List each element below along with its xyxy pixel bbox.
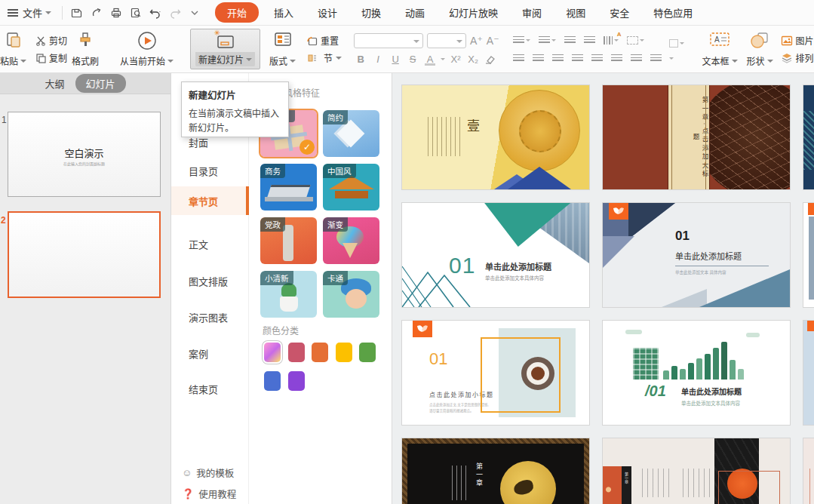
- bold-button[interactable]: B: [354, 54, 367, 65]
- section-button[interactable]: 节: [306, 51, 342, 64]
- increase-indent-button[interactable]: [582, 35, 597, 46]
- style-tile-gradient[interactable]: 渐变: [323, 217, 379, 264]
- category-case[interactable]: 案例: [189, 346, 208, 361]
- shapes-button[interactable]: 形状: [742, 29, 778, 69]
- tab-special-features[interactable]: 特色应用: [644, 2, 702, 23]
- hamburger-menu-icon[interactable]: [8, 9, 18, 17]
- style-tile-chinese[interactable]: 中国风: [323, 164, 379, 211]
- template-slide-blue-gray[interactable]: 01 单击此处添加标题 单击此处添加文本 具体内容: [602, 202, 791, 308]
- picture-button[interactable]: 图片: [781, 34, 814, 47]
- align-justify-button[interactable]: [570, 53, 585, 64]
- align-right-button[interactable]: [551, 53, 565, 64]
- paste-button[interactable]: 粘贴: [0, 29, 31, 69]
- numbered-list-button[interactable]: [537, 35, 558, 46]
- increase-font-button[interactable]: A⁺: [470, 35, 483, 47]
- style-tile-minimal[interactable]: 简约: [323, 110, 379, 157]
- color-swatch-purple[interactable]: [288, 371, 305, 391]
- template-slide-coffee[interactable]: 01 点击此处添加小标题 点击此处添加正文,文字是您思想的提炼, 请尽量言简意赅…: [401, 320, 590, 426]
- columns-button[interactable]: [625, 35, 646, 46]
- color-swatch-orange[interactable]: [312, 343, 328, 362]
- line-spacing-button[interactable]: [610, 53, 624, 64]
- vertical-title-band: 第一章·点击添加大标题: [668, 85, 710, 190]
- template-slide-partial[interactable]: [803, 85, 814, 190]
- new-slide-button[interactable]: ✳ 新建幻灯片: [190, 29, 260, 69]
- superscript-button[interactable]: X²: [449, 54, 462, 65]
- underline-button[interactable]: U: [389, 54, 402, 65]
- color-swatch-red[interactable]: [288, 343, 305, 362]
- font-size-select[interactable]: [427, 33, 466, 48]
- style-tile-business[interactable]: 商务: [260, 164, 317, 211]
- tab-home[interactable]: 开始: [215, 2, 259, 23]
- template-slide-black-gold[interactable]: 第一章: [401, 438, 590, 504]
- template-slide-green-chart[interactable]: /01 单击此处添加标题 单击此处添加文本具体内容: [602, 320, 791, 426]
- bullet-list-button[interactable]: [511, 35, 532, 46]
- color-swatch-gradient[interactable]: [264, 343, 281, 362]
- align-left-button[interactable]: [511, 53, 526, 64]
- combine-characters-button[interactable]: [668, 38, 686, 49]
- template-slide-partial[interactable]: [803, 202, 814, 308]
- slide-thumbnail-2[interactable]: [8, 211, 161, 298]
- clear-format-icon[interactable]: [484, 54, 496, 65]
- font-color-button[interactable]: A: [423, 54, 437, 65]
- category-body[interactable]: 正文: [189, 237, 208, 251]
- italic-button[interactable]: I: [371, 54, 385, 65]
- template-slide-cream-floral[interactable]: 第一章: [602, 438, 791, 504]
- layout-button[interactable]: 版式: [265, 29, 300, 69]
- slide-thumbnail-1[interactable]: 空白演示 在此输入您的封面副标题: [8, 112, 161, 197]
- paragraph-more-button[interactable]: [668, 56, 686, 61]
- file-menu[interactable]: 文件: [18, 0, 57, 26]
- style-tile-cartoon[interactable]: 卡通: [323, 271, 379, 318]
- tab-security[interactable]: 安全: [601, 2, 638, 23]
- tutorial-link[interactable]: ❓ 使用教程: [182, 487, 236, 501]
- tab-outline-view[interactable]: 大纲: [45, 76, 64, 91]
- template-slide-teal-geometric[interactable]: 01 单击此处添加标题 单击此处添加文本具体内容: [401, 202, 590, 308]
- print-button[interactable]: [106, 3, 126, 23]
- reset-button[interactable]: 重置: [306, 34, 342, 47]
- align-center-button[interactable]: [531, 53, 545, 64]
- tab-slideshow[interactable]: 幻灯片放映: [440, 2, 507, 23]
- cut-button[interactable]: 剪切: [35, 34, 67, 47]
- category-charts[interactable]: 演示图表: [189, 310, 228, 324]
- tab-transitions[interactable]: 切换: [352, 2, 390, 23]
- output-pdf-button[interactable]: [87, 3, 106, 23]
- color-swatch-green[interactable]: [359, 343, 376, 362]
- template-slide-partial[interactable]: [803, 438, 814, 504]
- decrease-indent-button[interactable]: [563, 35, 577, 46]
- template-slide-partial[interactable]: [803, 320, 814, 426]
- tab-review[interactable]: 审阅: [513, 2, 551, 23]
- format-painter-button[interactable]: 格式刷: [67, 29, 103, 69]
- style-tile-fresh[interactable]: 小清新: [260, 271, 317, 318]
- text-direction-button[interactable]: A: [602, 35, 620, 46]
- tab-design[interactable]: 设计: [309, 2, 346, 23]
- space-after-button[interactable]: [649, 53, 663, 64]
- space-before-button[interactable]: [629, 53, 644, 64]
- color-swatch-blue[interactable]: [264, 371, 281, 391]
- arrange-button[interactable]: 排列: [781, 51, 814, 64]
- save-button[interactable]: [67, 3, 87, 23]
- customize-quickbar-button[interactable]: [185, 3, 204, 23]
- tab-animation[interactable]: 动画: [396, 2, 434, 23]
- redo-button[interactable]: [165, 3, 185, 23]
- play-from-current-button[interactable]: 从当前开始: [115, 29, 178, 69]
- font-family-select[interactable]: [354, 33, 423, 48]
- decrease-font-button[interactable]: A⁻: [487, 35, 499, 47]
- undo-button[interactable]: [146, 3, 165, 23]
- category-ending[interactable]: 结束页: [189, 382, 218, 396]
- copy-button[interactable]: 复制: [35, 51, 67, 64]
- category-image-text[interactable]: 图文排版: [189, 274, 228, 288]
- tab-slides-view[interactable]: 幻灯片: [75, 74, 126, 93]
- subscript-button[interactable]: X₂: [466, 54, 480, 65]
- tab-insert[interactable]: 插入: [265, 2, 303, 23]
- color-swatch-yellow[interactable]: [336, 343, 352, 362]
- template-slide-chinese-red[interactable]: 第一章·点击添加大标题: [602, 85, 791, 190]
- tab-view[interactable]: 视图: [557, 2, 594, 23]
- text-box-button[interactable]: A 文本框: [698, 29, 742, 69]
- style-tile-party[interactable]: 党政: [260, 217, 317, 264]
- category-toc[interactable]: 目录页: [189, 164, 218, 178]
- print-preview-button[interactable]: [126, 3, 146, 23]
- template-slide-chinese-yellow[interactable]: 壹: [401, 85, 590, 190]
- category-section-page[interactable]: 章节页: [189, 194, 218, 208]
- strikethrough-button[interactable]: S: [406, 54, 419, 65]
- distribute-text-button[interactable]: [590, 53, 604, 64]
- my-templates-link[interactable]: ☺ 我的模板: [182, 466, 234, 480]
